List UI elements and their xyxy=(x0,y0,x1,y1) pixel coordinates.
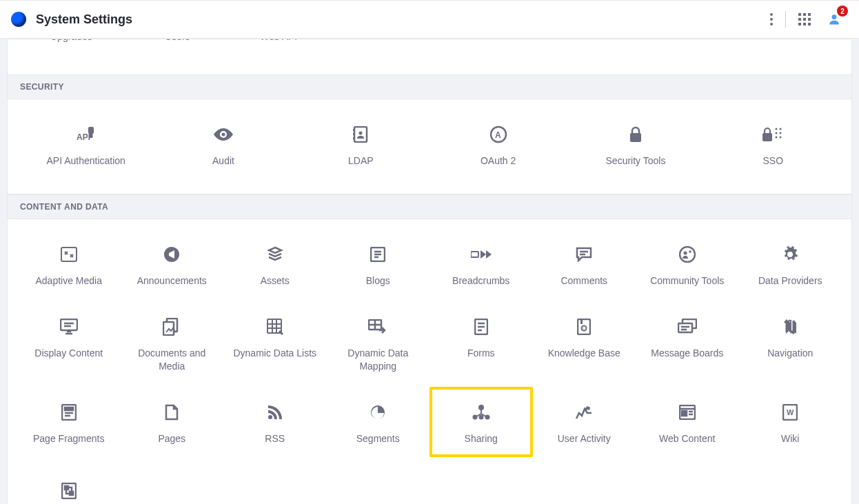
svg-rect-5 xyxy=(89,128,93,133)
card-comments[interactable]: Comments xyxy=(533,236,636,293)
blogs-icon xyxy=(370,241,385,268)
previous-section-row: Upgrades Users Web API xyxy=(7,39,852,74)
card-label: Knowledge Base xyxy=(548,347,620,360)
card-label: Blogs xyxy=(366,274,390,288)
prev-item-web-api[interactable]: Web API xyxy=(260,39,297,42)
card-user-activity[interactable]: User Activity xyxy=(533,394,636,458)
card-label: API Authentication xyxy=(46,154,125,168)
assets-icon xyxy=(267,241,283,268)
sso-icon xyxy=(762,121,783,148)
svg-text:API: API xyxy=(77,132,90,142)
svg-text:A: A xyxy=(495,130,501,140)
svg-point-70 xyxy=(479,415,483,419)
card-dynamic-data-lists[interactable]: Dynamic Data Lists xyxy=(223,308,327,379)
card-pages[interactable]: Pages xyxy=(121,394,224,458)
card-label: Adaptive Media xyxy=(35,274,102,288)
card-label: Assets xyxy=(261,274,290,288)
kebab-menu-icon[interactable] xyxy=(770,13,773,26)
svg-rect-80 xyxy=(70,492,73,495)
card-wiki[interactable]: WWiki xyxy=(739,394,842,458)
card-community-tools[interactable]: Community Tools xyxy=(636,236,739,293)
svg-point-19 xyxy=(776,132,778,134)
svg-text:i: i xyxy=(583,326,583,330)
card-rss[interactable]: RSS xyxy=(223,394,327,458)
notification-badge: 2 xyxy=(837,6,848,17)
svg-rect-54 xyxy=(578,319,590,334)
svg-rect-55 xyxy=(580,319,583,324)
app-logo[interactable] xyxy=(11,12,26,27)
content-area: Upgrades Users Web API SECURITY API API … xyxy=(0,39,859,504)
rss-icon xyxy=(267,399,283,425)
svg-rect-35 xyxy=(61,319,77,330)
svg-point-33 xyxy=(683,251,687,254)
divider xyxy=(785,11,786,28)
card-display-content[interactable]: Display Content xyxy=(17,308,121,379)
card-label: Dynamic Data Mapping xyxy=(334,347,423,373)
svg-point-22 xyxy=(780,137,782,139)
svg-rect-79 xyxy=(65,486,68,490)
card-segments[interactable]: Segments xyxy=(327,394,430,458)
address-book-icon xyxy=(353,121,368,148)
display-content-icon xyxy=(60,314,78,340)
card-workflow[interactable]: Workflow xyxy=(17,472,121,504)
card-label: Data Providers xyxy=(758,274,822,288)
prev-item-users[interactable]: Users xyxy=(165,39,190,42)
card-label: RSS xyxy=(265,432,285,445)
svg-point-0 xyxy=(770,13,773,16)
card-api-authentication[interactable]: API API Authentication xyxy=(17,116,154,173)
pages-icon xyxy=(165,399,179,425)
card-blogs[interactable]: Blogs xyxy=(327,236,430,293)
svg-point-20 xyxy=(780,132,782,134)
card-label: Audit xyxy=(212,154,234,168)
navigation-icon xyxy=(782,314,798,340)
card-label: Display Content xyxy=(34,347,103,360)
card-data-providers[interactable]: Data Providers xyxy=(739,236,842,293)
community-tools-icon xyxy=(679,241,696,268)
knowledge-base-icon: i xyxy=(577,314,591,340)
card-label: Community Tools xyxy=(650,274,724,288)
card-label: Security Tools xyxy=(606,154,666,168)
svg-rect-29 xyxy=(471,252,478,257)
svg-point-18 xyxy=(780,128,782,130)
svg-point-1 xyxy=(770,18,773,21)
svg-point-67 xyxy=(479,405,483,410)
prev-item-upgrades[interactable]: Upgrades xyxy=(50,39,92,42)
card-announcements[interactable]: Announcements xyxy=(121,236,224,293)
section-body-security: API API Authentication Audit LDAP A xyxy=(7,99,852,194)
documents-media-icon xyxy=(163,314,181,340)
card-audit[interactable]: Audit xyxy=(154,116,292,173)
message-boards-icon xyxy=(678,314,697,340)
sharing-icon xyxy=(472,399,490,425)
card-adaptive-media[interactable]: Adaptive Media xyxy=(17,236,121,293)
card-documents-media[interactable]: Documents and Media xyxy=(121,308,224,379)
svg-text:W: W xyxy=(787,408,794,416)
card-breadcrumbs[interactable]: Breadcrumbs xyxy=(430,236,533,293)
announcements-icon xyxy=(163,241,180,268)
card-message-boards[interactable]: Message Boards xyxy=(636,308,739,379)
card-security-tools[interactable]: Security Tools xyxy=(567,116,704,173)
card-page-fragments[interactable]: Page Fragments xyxy=(17,394,121,458)
card-sso[interactable]: SSO xyxy=(705,116,842,173)
card-assets[interactable]: Assets xyxy=(223,236,327,293)
dynamic-data-mapping-icon xyxy=(368,314,387,340)
card-web-content[interactable]: Web Content xyxy=(636,394,739,458)
card-forms[interactable]: Forms xyxy=(430,308,533,379)
card-sharing[interactable]: Sharing xyxy=(430,387,533,458)
svg-rect-73 xyxy=(682,411,687,416)
card-navigation[interactable]: Navigation xyxy=(739,308,842,379)
card-oauth2[interactable]: A OAuth 2 xyxy=(430,116,567,173)
svg-point-3 xyxy=(832,14,837,19)
svg-rect-10 xyxy=(353,133,355,135)
card-knowledge-base[interactable]: iKnowledge Base xyxy=(533,308,636,379)
user-avatar[interactable]: 2 xyxy=(823,8,845,30)
page-title: System Settings xyxy=(36,12,132,27)
section-body-content: Adaptive MediaAnnouncementsAssetsBlogsBr… xyxy=(7,219,852,504)
card-ldap[interactable]: LDAP xyxy=(292,116,430,173)
card-dynamic-data-mapping[interactable]: Dynamic Data Mapping xyxy=(327,308,430,379)
card-label: User Activity xyxy=(558,432,611,445)
card-label: Breadcrumbs xyxy=(452,274,509,288)
section-heading-security: SECURITY xyxy=(7,74,852,99)
section-heading-content: CONTENT AND DATA xyxy=(7,194,852,219)
svg-rect-59 xyxy=(678,323,692,332)
apps-grid-icon[interactable] xyxy=(798,13,811,26)
